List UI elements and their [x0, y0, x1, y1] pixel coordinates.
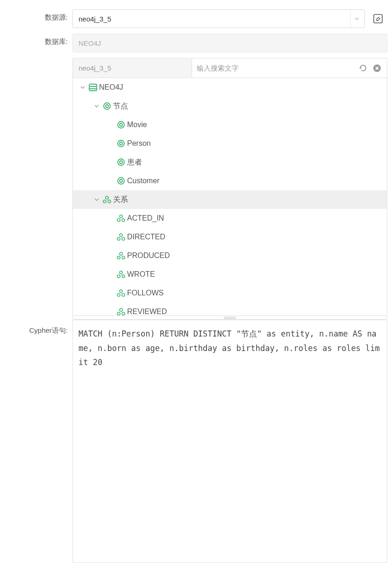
svg-point-12: [120, 161, 122, 164]
svg-point-13: [118, 178, 124, 184]
svg-point-28: [117, 275, 120, 278]
edit-icon: [372, 13, 384, 24]
tree-relations-group[interactable]: 关系: [73, 190, 387, 209]
chevron-down-icon: [78, 85, 87, 90]
tree-item-label: DIRECTED: [127, 233, 165, 241]
svg-point-32: [122, 294, 125, 296]
tree-item-icon: [115, 139, 127, 148]
tree-node-1[interactable]: Person: [73, 134, 387, 153]
datasource-value: neo4j_3_5: [78, 15, 111, 23]
tree-item-label: PRODUCED: [127, 251, 170, 260]
tree-relation-1[interactable]: DIRECTED: [73, 228, 387, 246]
tree-item-label: REVIEWED: [127, 308, 167, 316]
svg-point-31: [117, 294, 120, 296]
tree-node-3[interactable]: Customer: [73, 172, 387, 190]
tree-panel: neo4j_3_5 NEO4J节点MoviePerson患者Customer关系…: [72, 58, 387, 320]
tree-relation-5[interactable]: REVIEWED: [73, 302, 387, 316]
tree-tab[interactable]: neo4j_3_5: [73, 58, 192, 78]
tree-relation-0[interactable]: ACTED_IN: [73, 209, 387, 228]
svg-point-29: [122, 275, 125, 278]
tree-item-icon: [101, 101, 113, 111]
tree-nodes-group[interactable]: 节点: [73, 97, 387, 115]
svg-point-5: [104, 103, 110, 109]
close-button[interactable]: [372, 63, 382, 73]
tree-item-label: WROTE: [127, 270, 155, 279]
svg-point-14: [120, 179, 122, 182]
svg-point-11: [118, 159, 124, 165]
tree-item-label: FOLLOWS: [127, 289, 164, 297]
edit-button[interactable]: [369, 9, 387, 28]
tree-root[interactable]: NEO4J: [73, 78, 387, 97]
svg-rect-0: [374, 14, 382, 23]
svg-point-26: [122, 256, 125, 259]
tree-item-icon: [115, 158, 127, 167]
tree-item-icon: [115, 214, 127, 223]
svg-point-7: [118, 122, 124, 128]
tree-item-icon: [115, 307, 127, 316]
tree-relation-3[interactable]: WROTE: [73, 265, 387, 284]
svg-point-19: [117, 219, 120, 222]
cypher-label: Cypher语句:: [5, 320, 72, 335]
datasource-select[interactable]: neo4j_3_5: [72, 9, 365, 28]
tree-item-label: ACTED_IN: [127, 214, 164, 222]
refresh-button[interactable]: [358, 63, 368, 73]
svg-point-17: [108, 200, 111, 203]
svg-point-27: [120, 271, 122, 274]
refresh-icon: [359, 64, 367, 72]
database-label: 数据库:: [5, 34, 72, 46]
svg-point-10: [120, 142, 122, 145]
svg-point-34: [117, 312, 120, 315]
cypher-textarea[interactable]: MATCH (n:Person) RETURN DISTINCT "节点" as…: [72, 320, 387, 563]
tree-item-icon: [115, 120, 127, 129]
tree-search-input[interactable]: [197, 64, 354, 72]
tree-item-label: Person: [127, 139, 151, 148]
tree-item-label: NEO4J: [99, 83, 123, 92]
close-icon: [373, 64, 381, 72]
tree-item-icon: [115, 288, 127, 298]
tree-item-label: 节点: [113, 101, 128, 111]
svg-point-35: [122, 312, 125, 315]
svg-point-23: [122, 237, 125, 240]
tree-item-label: 患者: [127, 158, 142, 167]
tree-item-label: 关系: [113, 195, 128, 205]
tree-item-icon: [115, 232, 127, 242]
tree-item-icon: [115, 251, 127, 260]
svg-point-6: [106, 105, 108, 108]
svg-point-15: [106, 196, 108, 199]
svg-point-30: [120, 290, 122, 293]
datasource-label: 数据源:: [5, 9, 72, 22]
svg-point-24: [120, 252, 122, 255]
drag-icon: [224, 317, 236, 319]
chevron-down-icon: [93, 197, 101, 202]
svg-point-18: [120, 215, 122, 218]
chevron-down-icon: [354, 16, 360, 22]
tree-item-icon: [115, 270, 127, 279]
resize-handle[interactable]: [73, 316, 387, 319]
tree-item-icon: [101, 195, 113, 204]
tree-item-icon: [87, 83, 99, 92]
tree-relation-4[interactable]: FOLLOWS: [73, 284, 387, 302]
svg-point-16: [103, 200, 106, 203]
tree-item-label: Customer: [127, 177, 159, 185]
svg-rect-2: [89, 84, 97, 91]
tree-item-label: Movie: [127, 121, 147, 129]
svg-point-20: [122, 219, 125, 222]
tree-node-0[interactable]: Movie: [73, 115, 387, 134]
svg-point-9: [118, 140, 124, 147]
tree-item-icon: [115, 176, 127, 186]
tree-body[interactable]: NEO4J节点MoviePerson患者Customer关系ACTED_INDI…: [73, 78, 387, 316]
svg-point-25: [117, 256, 120, 259]
tree-node-2[interactable]: 患者: [73, 153, 387, 172]
svg-point-22: [117, 237, 120, 240]
svg-point-33: [120, 308, 122, 311]
tree-relation-2[interactable]: PRODUCED: [73, 246, 387, 265]
select-arrow: [350, 10, 364, 28]
svg-point-8: [120, 123, 122, 126]
svg-point-21: [120, 234, 122, 237]
database-field: NEO4J: [72, 34, 387, 52]
chevron-down-icon: [93, 103, 101, 109]
